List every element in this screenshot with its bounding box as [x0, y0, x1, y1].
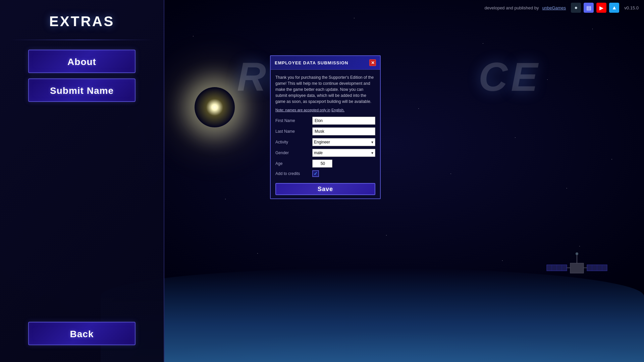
- last-name-input[interactable]: [312, 127, 375, 135]
- discord-icon[interactable]: ▤: [584, 3, 594, 13]
- activity-select-wrapper: Engineer Manager Scientist Technician Pi…: [312, 138, 375, 146]
- dialog-description: Thank you for purchasing the Supporter's…: [275, 74, 375, 105]
- dialog-note-suffix: .: [343, 108, 344, 112]
- activity-label: Activity: [275, 140, 312, 144]
- activity-row: Activity Engineer Manager Scientist Tech…: [275, 138, 375, 146]
- satellite-decoration: [543, 245, 610, 295]
- age-input[interactable]: [312, 160, 332, 168]
- last-name-row: Last Name: [275, 127, 375, 135]
- age-label: Age: [275, 161, 312, 166]
- svg-rect-0: [570, 263, 584, 273]
- gender-select[interactable]: male female: [312, 149, 375, 157]
- dialog-title: EMPLOYEE DATA SUBMISSION: [275, 60, 348, 65]
- dev-label: developed and published by: [485, 5, 539, 10]
- dialog-close-button[interactable]: ✕: [369, 59, 376, 66]
- dialog-note-highlight: English: [331, 108, 343, 112]
- first-name-label: First Name: [275, 118, 312, 123]
- top-header: developed and published by unbeGames ● ▤…: [479, 0, 644, 15]
- dev-name[interactable]: unbeGames: [542, 5, 566, 10]
- about-button[interactable]: About: [28, 50, 136, 73]
- save-button[interactable]: Save: [275, 183, 375, 195]
- age-row: Age: [275, 160, 375, 168]
- dialog-note-prefix: Note: names are accepted only in: [275, 108, 330, 112]
- credits-row: Add to credits: [275, 170, 375, 177]
- version-label: v0.15.0: [624, 5, 639, 10]
- credits-label: Add to credits: [275, 171, 312, 176]
- back-button[interactable]: Back: [28, 322, 136, 345]
- left-panel: EXTRAS About Submit Name Back: [0, 0, 164, 362]
- submit-name-button[interactable]: Submit Name: [28, 78, 136, 102]
- first-name-input[interactable]: [312, 117, 375, 125]
- gender-row: Gender male female ▼: [275, 149, 375, 157]
- dialog-note: Note: names are accepted only in English…: [275, 108, 375, 112]
- employee-data-dialog: EMPLOYEE DATA SUBMISSION ✕ Thank you for…: [270, 55, 381, 199]
- dialog-body: Thank you for purchasing the Supporter's…: [271, 70, 380, 198]
- gender-select-wrapper: male female ▼: [312, 149, 375, 157]
- credits-checkbox[interactable]: [312, 170, 319, 177]
- panel-divider: [10, 40, 154, 40]
- dialog-header: EMPLOYEE DATA SUBMISSION ✕: [271, 56, 380, 70]
- gender-label: Gender: [275, 150, 312, 155]
- youtube-icon[interactable]: ▶: [596, 3, 606, 13]
- activity-select[interactable]: Engineer Manager Scientist Technician Pi…: [312, 138, 375, 146]
- first-name-row: First Name: [275, 117, 375, 125]
- background-game-title: RO CE: [168, 54, 610, 100]
- twitter-icon[interactable]: ▲: [609, 3, 619, 13]
- last-name-label: Last Name: [275, 129, 312, 134]
- steam-icon[interactable]: ●: [571, 3, 581, 13]
- svg-point-10: [576, 252, 578, 255]
- panel-title: EXTRAS: [49, 13, 114, 29]
- credits-checkbox-wrapper: [312, 170, 319, 177]
- social-icons-container: ● ▤ ▶ ▲: [571, 3, 619, 13]
